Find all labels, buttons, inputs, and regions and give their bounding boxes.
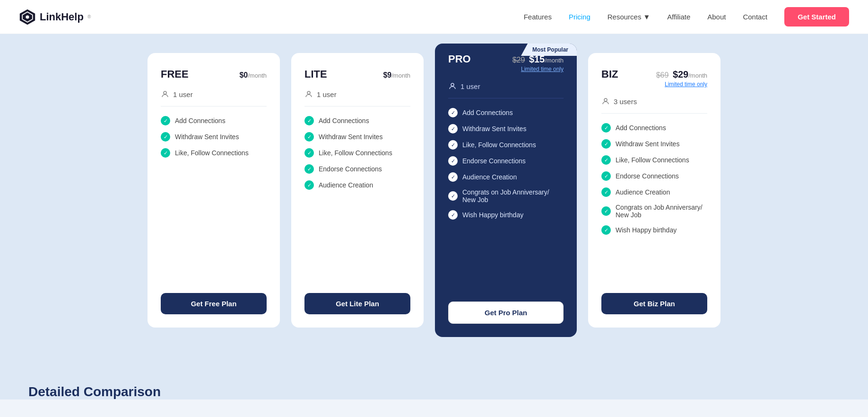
plan-price-unit-biz: /month: [688, 72, 707, 79]
check-icon: ✓: [448, 172, 458, 182]
check-icon: ✓: [304, 132, 314, 142]
nav-pricing[interactable]: Pricing: [569, 13, 590, 21]
feature-item: ✓ Like, Follow Connections: [161, 148, 267, 158]
navbar: LinkHelp ® Features Pricing Resources ▼ …: [0, 0, 868, 34]
check-icon: ✓: [161, 148, 170, 158]
check-icon: ✓: [448, 156, 458, 166]
feature-item: ✓ Congrats on Job Anniversary/ New Job: [448, 188, 564, 204]
feature-item: ✓ Like, Follow Connections: [448, 140, 564, 150]
plan-header-pro: PRO $29 $15/month Limited time only: [448, 53, 564, 72]
feature-item: ✓ Wish Happy birthday: [601, 225, 707, 235]
nav-affiliate[interactable]: Affiliate: [667, 13, 690, 21]
feature-item: ✓ Like, Follow Connections: [304, 148, 410, 158]
check-icon: ✓: [304, 148, 314, 158]
user-icon-lite: [304, 90, 313, 98]
feature-item: ✓ Add Connections: [304, 116, 410, 125]
check-icon: ✓: [601, 139, 611, 149]
check-icon: ✓: [601, 225, 611, 235]
plan-header-free: FREE $0/month: [161, 68, 267, 80]
plan-users-label-pro: 1 user: [460, 82, 480, 90]
get-started-button[interactable]: Get Started: [784, 7, 849, 27]
plan-price-lite: $9/month: [383, 71, 410, 80]
check-icon: ✓: [601, 123, 611, 133]
chevron-down-icon: ▼: [643, 13, 650, 21]
plan-header-lite: LITE $9/month: [304, 68, 410, 80]
plan-users-biz: 3 users: [601, 97, 707, 114]
feature-item: ✓ Add Connections: [448, 108, 564, 117]
feature-item: ✓ Add Connections: [601, 123, 707, 133]
plan-users-lite: 1 user: [304, 90, 410, 106]
plan-users-pro: 1 user: [448, 82, 564, 98]
plan-price-discounted-biz: $29: [673, 69, 688, 80]
plan-users-free: 1 user: [161, 90, 267, 106]
check-icon: ✓: [601, 171, 611, 181]
feature-item: ✓ Endorse Connections: [448, 156, 564, 166]
feature-item: ✓ Endorse Connections: [601, 171, 707, 181]
check-icon: ✓: [601, 206, 611, 216]
svg-point-2: [26, 15, 29, 18]
feature-item: ✓ Wish Happy birthday: [448, 210, 564, 220]
plan-price-free: $0/month: [239, 71, 267, 80]
feature-item: ✓ Add Connections: [161, 116, 267, 125]
svg-point-3: [164, 91, 166, 94]
plans-container: FREE $0/month 1 user ✓ Add Connections ✓: [28, 53, 840, 337]
check-icon: ✓: [448, 108, 458, 117]
nav-contact[interactable]: Contact: [743, 13, 767, 21]
plan-price-biz: $69 $29/month Limited time only: [656, 69, 707, 88]
feature-list-pro: ✓ Add Connections ✓ Withdraw Sent Invite…: [448, 108, 564, 288]
check-icon: ✓: [448, 210, 458, 220]
feature-list-free: ✓ Add Connections ✓ Withdraw Sent Invite…: [161, 116, 267, 280]
most-popular-badge: Most Popular: [521, 44, 577, 56]
check-icon: ✓: [601, 187, 611, 197]
feature-item: ✓ Endorse Connections: [304, 164, 410, 174]
plan-card-pro: Most Popular PRO $29 $15/month Limited t…: [435, 44, 577, 337]
plan-users-label-lite: 1 user: [317, 90, 337, 98]
feature-item: ✓ Withdraw Sent Invites: [448, 124, 564, 133]
plan-price-pro: $29 $15/month Limited time only: [512, 54, 564, 72]
plan-header-biz: BIZ $69 $29/month Limited time only: [601, 68, 707, 88]
plan-price-value-lite: $9: [383, 71, 391, 79]
plan-name-lite: LITE: [304, 68, 327, 80]
get-pro-plan-button[interactable]: Get Pro Plan: [448, 302, 564, 324]
check-icon: ✓: [448, 191, 458, 201]
user-icon-biz: [601, 97, 610, 106]
check-icon: ✓: [304, 116, 314, 125]
nav-resources[interactable]: Resources ▼: [608, 13, 651, 21]
logo-icon: [19, 9, 36, 26]
plan-price-original-biz: $69: [656, 71, 669, 79]
plan-price-unit-free: /month: [248, 72, 267, 79]
plan-users-label-free: 1 user: [173, 90, 193, 98]
plan-name-pro: PRO: [448, 53, 471, 65]
detailed-comparison-title: Detailed Comparison: [28, 384, 840, 399]
plan-users-label-biz: 3 users: [614, 98, 637, 106]
check-icon: ✓: [448, 140, 458, 150]
svg-point-6: [604, 98, 607, 101]
brand-logo[interactable]: LinkHelp ®: [19, 9, 91, 26]
nav-features[interactable]: Features: [524, 13, 552, 21]
get-biz-plan-button[interactable]: Get Biz Plan: [601, 293, 707, 314]
check-icon: ✓: [304, 180, 314, 190]
feature-item: ✓ Audience Creation: [448, 172, 564, 182]
feature-list-biz: ✓ Add Connections ✓ Withdraw Sent Invite…: [601, 123, 707, 280]
check-icon: ✓: [161, 116, 170, 125]
plan-card-free: FREE $0/month 1 user ✓ Add Connections ✓: [148, 53, 280, 328]
feature-item: ✓ Audience Creation: [304, 180, 410, 190]
detailed-comparison-section: Detailed Comparison: [0, 365, 868, 399]
get-lite-plan-button[interactable]: Get Lite Plan: [304, 293, 410, 314]
svg-point-5: [451, 83, 454, 86]
get-free-plan-button[interactable]: Get Free Plan: [161, 293, 267, 314]
limited-time-biz: Limited time only: [656, 81, 707, 88]
plan-price-unit-pro: /month: [545, 57, 564, 64]
plan-name-biz: BIZ: [601, 68, 618, 80]
feature-item: ✓ Withdraw Sent Invites: [161, 132, 267, 142]
feature-item: ✓ Congrats on Job Anniversary/ New Job: [601, 204, 707, 219]
check-icon: ✓: [448, 124, 458, 133]
limited-time-pro: Limited time only: [512, 66, 564, 72]
plan-name-free: FREE: [161, 68, 189, 80]
svg-point-4: [307, 91, 310, 94]
brand-trademark: ®: [87, 14, 91, 19]
feature-item: ✓ Withdraw Sent Invites: [601, 139, 707, 149]
user-icon-pro: [448, 82, 457, 90]
user-icon-free: [161, 90, 169, 98]
nav-about[interactable]: About: [707, 13, 726, 21]
